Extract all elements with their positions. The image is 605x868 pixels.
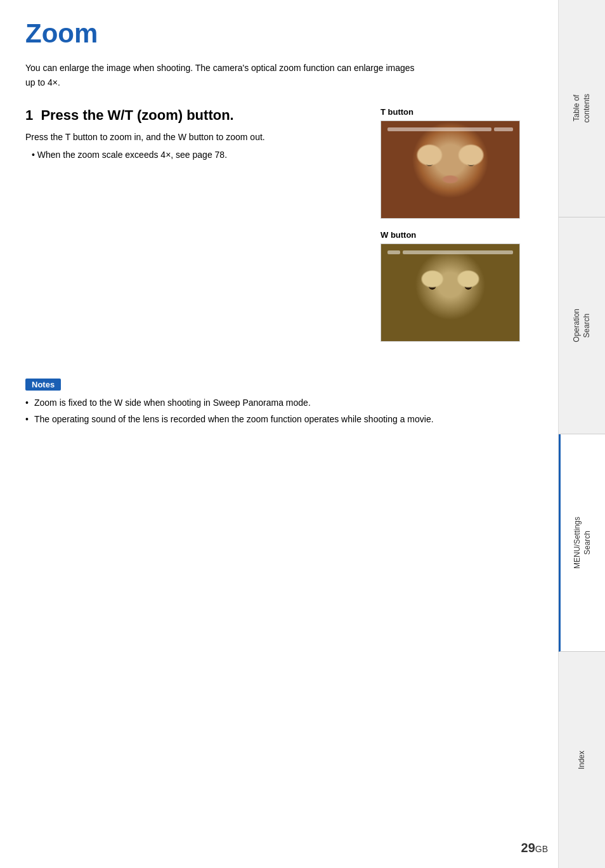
sidebar-tab-toc[interactable]: Table ofcontents (559, 0, 605, 217)
notes-badge: Notes (25, 379, 61, 391)
notes-list: Zoom is fixed to the W side when shootin… (25, 396, 495, 427)
sidebar-tab-operation-label: OperationSearch (572, 309, 592, 342)
w-button-image (381, 243, 520, 342)
sidebar-tab-menu[interactable]: MENU/SettingsSearch (559, 434, 605, 652)
step-bullets: When the zoom scale exceeds 4×, see page… (25, 148, 361, 162)
step-body: Press the T button to zoom in, and the W… (25, 130, 361, 144)
camera-ui-overlay (384, 124, 517, 135)
sidebar-tab-index[interactable]: Index (559, 652, 605, 869)
sidebar-tab-index-label: Index (577, 751, 587, 769)
page-title: Zoom (25, 19, 533, 48)
sidebar: Table ofcontents OperationSearch MENU/Se… (558, 0, 605, 868)
sidebar-tab-operation[interactable]: OperationSearch (559, 217, 605, 435)
right-column: T button W button (381, 107, 533, 353)
notes-item-2: The operating sound of the lens is recor… (25, 412, 495, 426)
page-num-suffix: GB (535, 844, 548, 854)
notes-section: Notes Zoom is fixed to the W side when s… (25, 379, 495, 427)
step-number: 1 (25, 107, 33, 123)
sidebar-tab-toc-label: Table ofcontents (572, 94, 592, 122)
left-column: 1 Press the W/T (zoom) button. Press the… (25, 107, 361, 162)
cam-ui-bar-right-2 (403, 250, 513, 254)
page-num-digits: 29 (521, 841, 535, 855)
step-1-heading: 1 Press the W/T (zoom) button. (25, 107, 361, 124)
main-content: Zoom You can enlarge the image when shoo… (0, 0, 558, 868)
step-bullet-1: When the zoom scale exceeds 4×, see page… (32, 148, 361, 162)
step-heading-text: Press the W/T (zoom) button. (41, 107, 233, 123)
content-area: 1 Press the W/T (zoom) button. Press the… (25, 107, 533, 353)
w-button-label: W button (381, 230, 533, 240)
camera-ui-overlay-2 (384, 247, 517, 258)
cam-ui-bar-left-2 (387, 250, 400, 254)
cam-ui-bar-right (494, 127, 513, 131)
notes-item-1: Zoom is fixed to the W side when shootin… (25, 396, 495, 410)
t-button-image (381, 120, 520, 219)
intro-text: You can enlarge the image when shooting.… (25, 61, 419, 89)
sidebar-tab-menu-label: MENU/SettingsSearch (573, 517, 592, 569)
page-number: 29GB (521, 841, 548, 855)
t-button-label: T button (381, 107, 533, 117)
cam-ui-bar-left (387, 127, 491, 131)
